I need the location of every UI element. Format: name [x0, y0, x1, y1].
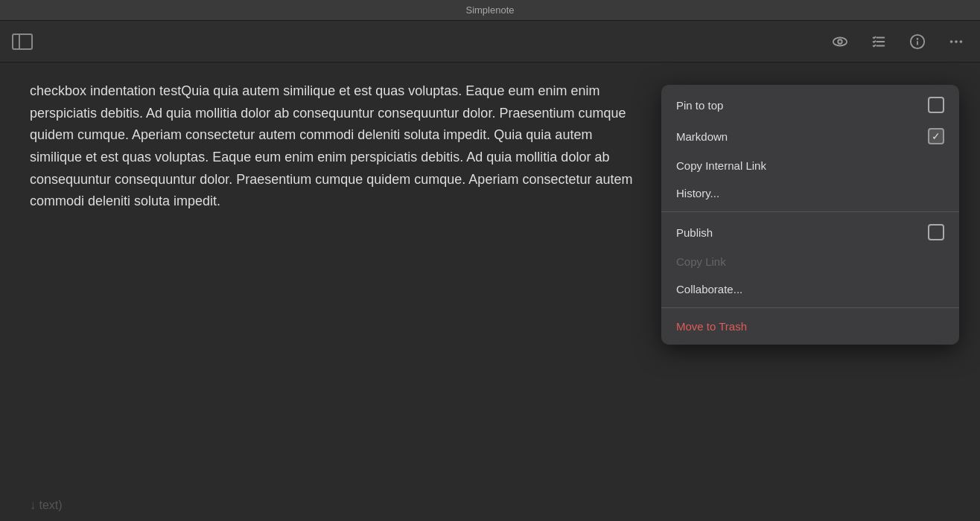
title-bar: Simplenote — [0, 0, 980, 21]
svg-point-9 — [950, 40, 953, 43]
menu-item-move-to-trash[interactable]: Move to Trash — [661, 313, 959, 340]
menu-item-collaborate[interactable]: Collaborate... — [661, 275, 959, 303]
preview-button[interactable] — [828, 30, 852, 54]
info-button[interactable] — [906, 30, 929, 54]
menu-item-pin-to-top[interactable]: Pin to top — [661, 89, 959, 121]
svg-point-8 — [917, 38, 918, 39]
svg-point-0 — [833, 37, 847, 45]
toolbar-left — [12, 33, 33, 50]
menu-item-move-to-trash-label: Move to Trash — [676, 320, 747, 333]
menu-item-markdown-label: Markdown — [676, 130, 728, 143]
note-text[interactable]: checkbox indentation testQuia quia autem… — [30, 80, 640, 213]
svg-point-10 — [955, 40, 958, 43]
menu-item-copy-internal-link[interactable]: Copy Internal Link — [661, 152, 959, 179]
more-options-button[interactable] — [944, 30, 968, 54]
svg-point-1 — [838, 39, 842, 44]
menu-item-publish-label: Publish — [676, 226, 713, 239]
menu-item-collaborate-label: Collaborate... — [676, 283, 742, 295]
menu-item-publish[interactable]: Publish — [661, 217, 959, 248]
sidebar-toggle-button[interactable] — [12, 33, 33, 50]
app-title: Simplenote — [465, 4, 514, 16]
menu-item-history[interactable]: History... — [661, 179, 959, 207]
menu-section-1: Pin to top Markdown Copy Internal Link H… — [661, 85, 959, 211]
menu-item-markdown[interactable]: Markdown — [661, 121, 959, 152]
menu-item-pin-to-top-label: Pin to top — [676, 99, 723, 112]
menu-item-copy-link-label: Copy Link — [676, 255, 726, 268]
menu-section-3: Move to Trash — [661, 308, 959, 345]
context-menu: Pin to top Markdown Copy Internal Link H… — [661, 85, 959, 345]
bottom-hint: ↓ text) — [30, 499, 63, 512]
markdown-checkbox[interactable] — [928, 128, 944, 144]
pin-to-top-checkbox[interactable] — [928, 97, 944, 113]
toolbar — [0, 21, 980, 63]
svg-point-11 — [960, 40, 963, 43]
main-content: checkbox indentation testQuia quia autem… — [0, 63, 980, 521]
publish-checkbox[interactable] — [928, 224, 944, 240]
toolbar-right — [828, 30, 968, 54]
checklist-button[interactable] — [867, 30, 891, 54]
menu-item-copy-internal-link-label: Copy Internal Link — [676, 159, 766, 172]
menu-item-copy-link: Copy Link — [661, 248, 959, 275]
menu-item-history-label: History... — [676, 187, 719, 199]
menu-section-2: Publish Copy Link Collaborate... — [661, 212, 959, 307]
